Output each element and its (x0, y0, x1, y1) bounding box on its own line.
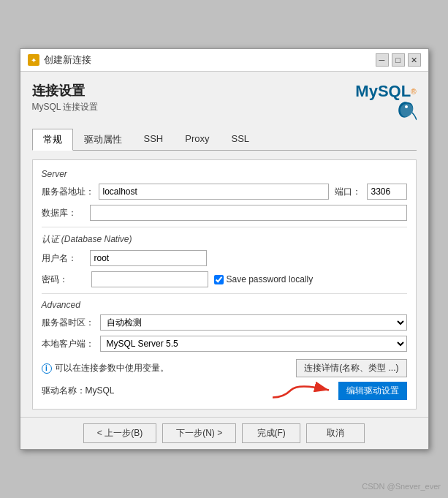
save-pwd-text: Save password locally (227, 274, 314, 284)
content-area: 连接设置 MySQL 连接设置 MySQL ® (20, 72, 428, 417)
host-row: 服务器地址： 端口： (42, 184, 407, 200)
pwd-label: 密码： (42, 273, 86, 286)
finish-button[interactable]: 完成(F) (242, 423, 300, 443)
tab-ssl[interactable]: SSL (220, 129, 260, 151)
info-row: i 可以在连接参数中使用变量。 连接详情(名称、类型 ...) (42, 359, 407, 377)
window-controls: ─ □ ✕ (376, 53, 421, 67)
user-label: 用户名： (42, 252, 86, 265)
info-message: 可以在连接参数中使用变量。 (55, 362, 169, 374)
edit-driver-container: 编辑驱动设置 (338, 382, 407, 400)
save-pwd-checkbox[interactable] (214, 275, 224, 284)
password-input[interactable] (91, 271, 208, 287)
close-button[interactable]: ✕ (408, 53, 421, 67)
db-input[interactable] (90, 205, 407, 221)
header-section: 连接设置 MySQL 连接设置 MySQL ® (32, 82, 417, 121)
driver-label: 驱动名称：MySQL (42, 385, 115, 397)
server-section-label: Server (42, 169, 407, 179)
info-text: i 可以在连接参数中使用变量。 (42, 362, 169, 374)
form-area: Server 服务器地址： 端口： 数据库： 认证 (Database Nati… (32, 159, 417, 410)
pwd-row: 密码： Save password locally (42, 271, 407, 287)
next-button[interactable]: 下一步(N) > (162, 423, 236, 443)
tab-driver-props[interactable]: 驱动属性 (73, 129, 133, 151)
server-row: 端口： (99, 184, 407, 200)
client-row: 本地客户端： MySQL Server 5.5 MySQL Server 8.0 (42, 336, 407, 352)
host-label: 服务器地址： (42, 186, 94, 198)
conn-detail-button[interactable]: 连接详情(名称、类型 ...) (296, 359, 406, 377)
app-icon: ✦ (28, 54, 39, 66)
db-row: 数据库： (42, 205, 407, 221)
footer: < 上一步(B) 下一步(N) > 完成(F) 取消 (20, 417, 428, 449)
driver-row: 驱动名称：MySQL 编辑驱动设置 (42, 382, 407, 400)
window-title: 创建新连接 (44, 53, 91, 67)
mysql-registered: ® (411, 88, 416, 96)
title-bar-left: ✦ 创建新连接 (28, 53, 91, 67)
port-input[interactable] (367, 184, 407, 200)
maximize-button[interactable]: □ (392, 53, 405, 67)
cancel-button[interactable]: 取消 (306, 423, 365, 443)
mysql-logo-text: MySQL (355, 82, 411, 101)
timezone-select[interactable]: 自动检测 UTC Asia/Shanghai (100, 314, 407, 331)
header-text: 连接设置 MySQL 连接设置 (32, 82, 99, 113)
port-label: 端口： (335, 186, 361, 198)
tabs-bar: 常规 驱动属性 SSH Proxy SSL (32, 129, 417, 151)
tab-ssh[interactable]: SSH (133, 129, 175, 151)
divider-1 (42, 227, 407, 227)
auth-section-label: 认证 (Database Native) (42, 233, 407, 246)
db-label: 数据库： (42, 207, 86, 219)
divider-2 (42, 293, 407, 294)
tab-proxy[interactable]: Proxy (174, 129, 220, 151)
client-label: 本地客户端： (42, 338, 94, 350)
watermark: CSDN @Snever_ever (362, 482, 441, 491)
mysql-logo: MySQL ® (355, 82, 416, 121)
client-select[interactable]: MySQL Server 5.5 MySQL Server 8.0 (100, 336, 407, 352)
edit-driver-button[interactable]: 编辑驱动设置 (338, 382, 407, 400)
minimize-button[interactable]: ─ (376, 53, 389, 67)
info-icon: i (42, 363, 52, 374)
main-window: ✦ 创建新连接 ─ □ ✕ 连接设置 MySQL 连接设置 MySQL ® (20, 48, 429, 450)
save-pwd-label[interactable]: Save password locally (214, 274, 314, 284)
page-title: 连接设置 (32, 82, 99, 99)
username-input[interactable] (90, 250, 207, 266)
advanced-section-label: Advanced (42, 300, 407, 310)
mysql-sql: SQL (378, 82, 411, 100)
prev-button[interactable]: < 上一步(B) (83, 423, 156, 443)
svg-point-0 (405, 105, 408, 108)
user-row: 用户名： (42, 250, 407, 266)
tab-general[interactable]: 常规 (32, 129, 73, 151)
page-subtitle: MySQL 连接设置 (32, 101, 99, 113)
title-bar: ✦ 创建新连接 ─ □ ✕ (20, 49, 428, 72)
host-input[interactable] (99, 184, 329, 200)
arrow-container (269, 377, 335, 405)
mysql-dolphin-icon (380, 101, 417, 121)
timezone-row: 服务器时区： 自动检测 UTC Asia/Shanghai (42, 314, 407, 331)
arrow-icon (269, 377, 335, 403)
timezone-label: 服务器时区： (42, 317, 94, 329)
mysql-my: My (355, 82, 378, 100)
